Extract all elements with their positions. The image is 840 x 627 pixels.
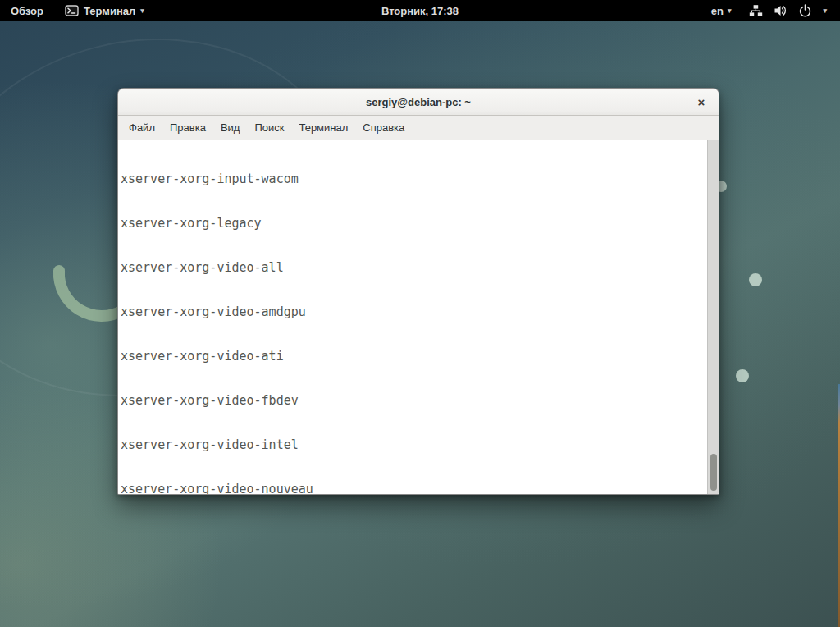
terminal-output-line: xserver-xorg-video-nouveau <box>121 482 707 494</box>
clock-button[interactable]: Вторник, 17:38 <box>378 0 462 21</box>
scrollbar-thumb[interactable] <box>710 454 717 491</box>
terminal-output-line: xserver-xorg-legacy <box>121 216 707 231</box>
close-button[interactable]: × <box>692 89 710 116</box>
clock-label: Вторник, 17:38 <box>381 5 459 17</box>
terminal-output-line: xserver-xorg-video-fbdev <box>121 393 707 408</box>
gnome-top-bar: Обзор Терминал ▾ Вторник, 17:38 en ▾ <box>0 0 840 21</box>
terminal-output-line: xserver-xorg-video-amdgpu <box>121 304 707 319</box>
wallpaper-dot <box>736 369 749 382</box>
app-menu-button[interactable]: Терминал ▾ <box>62 0 148 21</box>
power-icon <box>798 4 812 17</box>
network-wired-icon <box>749 4 763 17</box>
chevron-down-icon: ▾ <box>140 7 144 15</box>
menu-help[interactable]: Справка <box>355 117 412 139</box>
terminal-app-icon <box>65 4 79 17</box>
menu-edit[interactable]: Правка <box>162 117 213 139</box>
menu-terminal[interactable]: Терминал <box>291 117 355 139</box>
terminal-scrollbar[interactable] <box>707 140 719 494</box>
keyboard-layout-label: en <box>711 5 724 17</box>
menu-file[interactable]: Файл <box>121 117 162 139</box>
terminal-output-line: xserver-xorg-video-ati <box>121 349 707 364</box>
menu-view[interactable]: Вид <box>213 117 248 139</box>
activities-label: Обзор <box>11 5 43 17</box>
chevron-down-icon: ▾ <box>728 7 732 15</box>
window-menubar: Файл Правка Вид Поиск Терминал Справка <box>118 116 719 140</box>
activities-button[interactable]: Обзор <box>7 0 47 21</box>
keyboard-layout-button[interactable]: en ▾ <box>708 0 735 21</box>
volume-high-icon <box>774 4 788 17</box>
window-titlebar[interactable]: sergiy@debian-pc: ~ × <box>118 89 719 116</box>
terminal-output-line: xserver-xorg-input-wacom <box>121 172 707 186</box>
chevron-down-icon: ▾ <box>823 7 827 15</box>
terminal-viewport[interactable]: xserver-xorg-input-wacom xserver-xorg-le… <box>118 140 719 494</box>
terminal-output: xserver-xorg-input-wacom xserver-xorg-le… <box>118 140 707 494</box>
terminal-window: sergiy@debian-pc: ~ × Файл Правка Вид По… <box>117 88 719 495</box>
app-menu-label: Терминал <box>84 5 135 17</box>
terminal-output-line: xserver-xorg-video-all <box>121 260 707 275</box>
wallpaper-dot <box>749 273 762 286</box>
menu-search[interactable]: Поиск <box>247 117 291 139</box>
system-status-button[interactable]: ▾ <box>746 0 830 21</box>
window-title: sergiy@debian-pc: ~ <box>366 96 471 108</box>
terminal-output-line: xserver-xorg-video-intel <box>121 437 707 452</box>
